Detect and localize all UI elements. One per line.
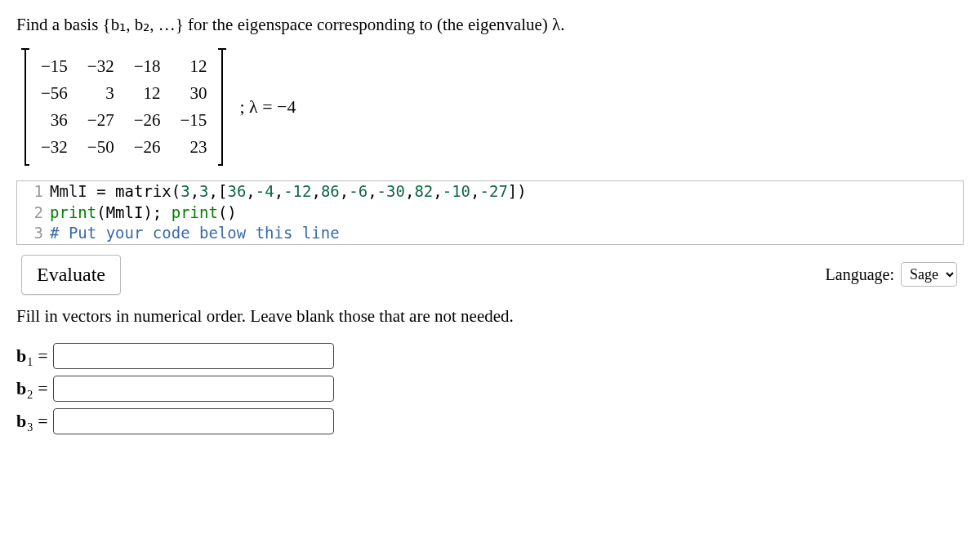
evaluate-button[interactable]: Evaluate	[21, 255, 121, 295]
prompt-mid: for the eigenspace corresponding to (the…	[184, 15, 552, 34]
line-number: 3	[17, 223, 50, 244]
code-line[interactable]: MmlI = matrix(3,3,[36,-4,-12,86,-6,-30,8…	[50, 181, 527, 203]
equals-sign: =	[38, 345, 47, 367]
prompt-tail: .	[560, 15, 564, 34]
answer-instruction: Fill in vectors in numerical order. Leav…	[16, 306, 964, 327]
language-label: Language:	[826, 265, 894, 284]
matrix-cell: −18	[124, 53, 171, 80]
matrix-cell: −15	[31, 53, 78, 80]
line-number: 1	[17, 181, 50, 203]
lambda-value: ; λ = −4	[239, 96, 296, 118]
vector-label: b	[16, 378, 26, 398]
basis-set: {b₁, b₂, …}	[103, 15, 184, 34]
matrix-cell: 23	[171, 134, 217, 161]
answer-row-b3: b3 =	[16, 408, 964, 434]
answer-row-b2: b2 =	[16, 376, 964, 402]
matrix-cell: −32	[78, 53, 124, 80]
matrix-row: 36 −27 −26 −15	[31, 107, 216, 134]
matrix-row: −15 −32 −18 12	[31, 53, 216, 80]
evaluate-row: Evaluate Language: Sage	[16, 255, 964, 295]
code-line[interactable]: print(MmlI); print()	[50, 203, 237, 224]
b1-input[interactable]	[53, 343, 334, 369]
prompt-lead: Find a basis	[16, 15, 103, 34]
matrix-cell: 30	[171, 80, 217, 107]
matrix-cell: −27	[78, 107, 124, 134]
left-bracket	[21, 48, 29, 166]
matrix-cell: −56	[31, 80, 78, 107]
matrix-cell: −26	[124, 107, 171, 134]
matrix-row: −56 3 12 30	[31, 80, 216, 107]
vector-subscript: 1	[27, 356, 33, 368]
right-bracket	[218, 48, 226, 166]
matrix-row: −32 −50 −26 23	[31, 134, 216, 161]
matrix-cell: 12	[124, 80, 171, 107]
matrix-cell: −15	[171, 107, 217, 134]
vector-label: b	[16, 411, 26, 431]
matrix-and-lambda: −15 −32 −18 12 −56 3 12 30 36 −27 −26 −1…	[21, 48, 964, 166]
equals-sign: =	[38, 411, 47, 432]
vector-label: b	[16, 345, 26, 366]
answer-row-b1: b1 =	[16, 343, 964, 369]
matrix-cell: 36	[31, 107, 78, 134]
matrix: −15 −32 −18 12 −56 3 12 30 36 −27 −26 −1…	[21, 48, 226, 166]
line-number: 2	[17, 203, 50, 224]
matrix-cell: 12	[171, 53, 217, 80]
b3-input[interactable]	[53, 408, 334, 434]
matrix-cell: 3	[78, 80, 124, 107]
equals-sign: =	[38, 378, 47, 399]
question-prompt: Find a basis {b₁, b₂, …} for the eigensp…	[16, 15, 964, 35]
b2-input[interactable]	[53, 376, 334, 402]
code-editor[interactable]: 1 MmlI = matrix(3,3,[36,-4,-12,86,-6,-30…	[16, 180, 964, 245]
matrix-body: −15 −32 −18 12 −56 3 12 30 36 −27 −26 −1…	[31, 53, 216, 161]
matrix-cell: −50	[78, 134, 124, 161]
vector-subscript: 3	[27, 421, 33, 434]
code-line[interactable]: # Put your code below this line	[50, 223, 340, 244]
language-select[interactable]: Sage	[901, 262, 957, 287]
matrix-cell: −32	[31, 134, 78, 161]
vector-subscript: 2	[27, 389, 33, 401]
lambda-symbol: λ	[552, 15, 560, 34]
matrix-cell: −26	[124, 134, 171, 161]
